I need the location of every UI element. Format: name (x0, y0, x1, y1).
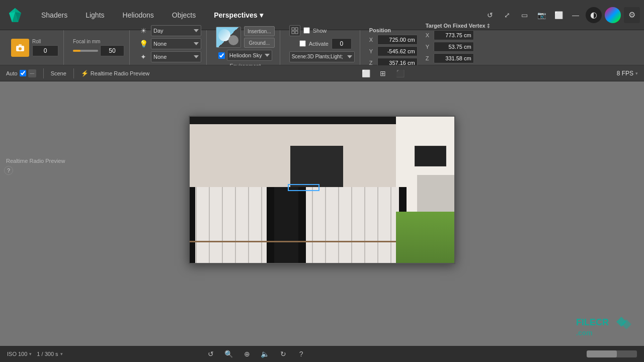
menu-right-icons: ↺ ⤢ ▭ 📷 ⬜ — ◐ ⚙ (483, 7, 640, 23)
lighting-none-select-2[interactable]: None (151, 51, 201, 62)
menu-item-heliodons[interactable]: Heliodons (114, 7, 163, 23)
grass-right (396, 212, 454, 263)
menu-item-perspectives[interactable]: Perspectives ▾ (205, 7, 272, 23)
menu-item-lights[interactable]: Lights (76, 7, 113, 23)
show-checkbox[interactable] (303, 27, 310, 34)
auto-label: Auto (6, 70, 18, 76)
scene-select[interactable]: Scene:3D Plants;Light; (289, 51, 355, 62)
roll-label: Roll (32, 39, 58, 44)
viewport-controls: ⬜ ⊞ ⬛ (359, 66, 407, 80)
svg-rect-10 (295, 28, 298, 30)
position-x-row: X (369, 35, 418, 45)
settings-btn[interactable]: ⚙ (624, 7, 640, 23)
target-x-input[interactable] (434, 30, 474, 40)
icon-btn-minus[interactable]: — (569, 8, 583, 22)
target-y-label: Y (426, 44, 432, 50)
exposure-arrow: ▾ (60, 351, 63, 356)
focal-input[interactable] (100, 45, 124, 56)
icon-btn-camera[interactable]: 📷 (534, 8, 548, 22)
scene-item[interactable]: Scene (51, 70, 66, 76)
help-bottom-btn[interactable]: ? (296, 348, 307, 359)
lighting-row-3: ✦ None (139, 51, 201, 62)
position-title: Position (369, 27, 391, 33)
focal-slider[interactable] (73, 50, 98, 52)
lighting-day-select[interactable]: Day (151, 25, 201, 36)
svg-text:.com: .com (576, 329, 593, 337)
focal-slider-row (73, 45, 124, 56)
target-y-input[interactable] (434, 42, 474, 52)
redo-btn[interactable]: ↻ (278, 348, 289, 359)
focal-label: Focal in mm (73, 39, 124, 44)
bottom-center-controls: ↺ 🔍 ⊕ 🔈 ↻ ? (205, 348, 307, 359)
target-x-row: X (426, 30, 490, 40)
exposure-item[interactable]: 1 / 300 s ▾ (37, 351, 62, 357)
auto-extra: — (28, 69, 36, 77)
viewport-area: ? Realtime Radio Preview (0, 81, 644, 362)
menu-item-objects[interactable]: Objects (163, 7, 205, 23)
auto-checkbox[interactable] (20, 70, 26, 76)
undo-btn[interactable]: ↺ (205, 348, 216, 359)
env-sky-checkbox[interactable] (218, 52, 225, 59)
perspectives-dropdown-arrow: ▾ (260, 11, 263, 19)
toolbar: Roll Focal in mm ☀ Day (0, 30, 644, 65)
icon-btn-1[interactable]: ↺ (483, 8, 497, 22)
activate-checkbox[interactable] (299, 40, 306, 47)
help-icon[interactable]: ? (4, 166, 13, 175)
bottom-right (587, 350, 637, 357)
svg-rect-11 (292, 31, 294, 34)
roll-control: Roll (32, 39, 58, 56)
position-y-input[interactable] (377, 46, 418, 56)
target-z-label: Z (426, 55, 432, 61)
vis-show-row: Show (289, 25, 355, 36)
insertion-btn[interactable]: Insertion... (244, 26, 275, 36)
iso-label: ISO 100 (7, 351, 27, 357)
lighting-none-select-1[interactable]: None (151, 38, 201, 49)
window-upper-right (415, 146, 446, 166)
curtains-left (190, 187, 269, 263)
ground-btn[interactable]: Ground... (244, 38, 275, 48)
position-x-input[interactable] (377, 35, 418, 45)
viewport-container[interactable] (189, 116, 455, 264)
icon-btn-rect[interactable]: ⬜ (551, 8, 566, 22)
target-header: Target On Fixed Vertex ‡ (426, 23, 490, 29)
visibility-section: Show Activate Scene:3D Plants;Light; Vis… (284, 30, 360, 65)
roll-input[interactable] (32, 45, 58, 56)
lighting-row-1: ☀ Day (139, 25, 201, 36)
bounce-icon: ✦ (139, 53, 148, 61)
sound-btn[interactable]: 🔈 (260, 348, 271, 359)
focal-control: Focal in mm (73, 39, 124, 56)
svg-text:FILECR: FILECR (576, 317, 609, 327)
theme-toggle-btn[interactable]: ◐ (586, 7, 602, 23)
target-z-input[interactable] (434, 53, 474, 63)
auto-item: Auto — (6, 69, 36, 77)
crosshair-btn[interactable]: ⊕ (242, 348, 253, 359)
render-image (190, 117, 454, 263)
coords-section: Position X Y Z Target On Fixed Ver (364, 30, 495, 65)
viewport-btn-3[interactable]: ⬛ (393, 66, 407, 80)
environment-section: Insertion... Ground... Heliodon Sky Envi… (211, 30, 280, 65)
env-sky-select[interactable]: Heliodon Sky (227, 50, 272, 61)
vis-controls: Show Activate Scene:3D Plants;Light; Vis… (289, 25, 355, 70)
camera-tool-btn[interactable] (11, 39, 29, 57)
position-y-row: Y (369, 46, 418, 56)
menu-item-shaders[interactable]: Shaders (32, 7, 76, 23)
center-recess (290, 146, 343, 187)
svg-rect-12 (295, 31, 298, 34)
color-picker-btn[interactable] (605, 7, 621, 23)
zoom-btn[interactable]: 🔍 (223, 348, 234, 359)
iso-item[interactable]: ISO 100 ▾ (7, 351, 32, 357)
viewport-btn-1[interactable]: ⬜ (359, 66, 373, 80)
icon-btn-window[interactable]: ▭ (517, 8, 531, 22)
icon-btn-2[interactable]: ⤢ (500, 8, 514, 22)
activate-value-input[interactable] (332, 38, 352, 49)
sun-icon: ☀ (139, 27, 148, 35)
svg-marker-16 (621, 319, 631, 329)
lighting-section: ☀ Day 💡 None ✦ None Ligh (134, 30, 207, 65)
viewport-btn-2[interactable]: ⊞ (376, 66, 390, 80)
position-y-label: Y (369, 48, 375, 54)
env-bottom: Heliodon Sky (218, 50, 272, 61)
fps-value: 8 FPS (617, 70, 633, 77)
bottom-bar: ISO 100 ▾ 1 / 300 s ▾ ↺ 🔍 ⊕ 🔈 ↻ ? (0, 346, 644, 362)
svg-point-7 (19, 47, 22, 50)
target-x-label: X (426, 32, 432, 38)
